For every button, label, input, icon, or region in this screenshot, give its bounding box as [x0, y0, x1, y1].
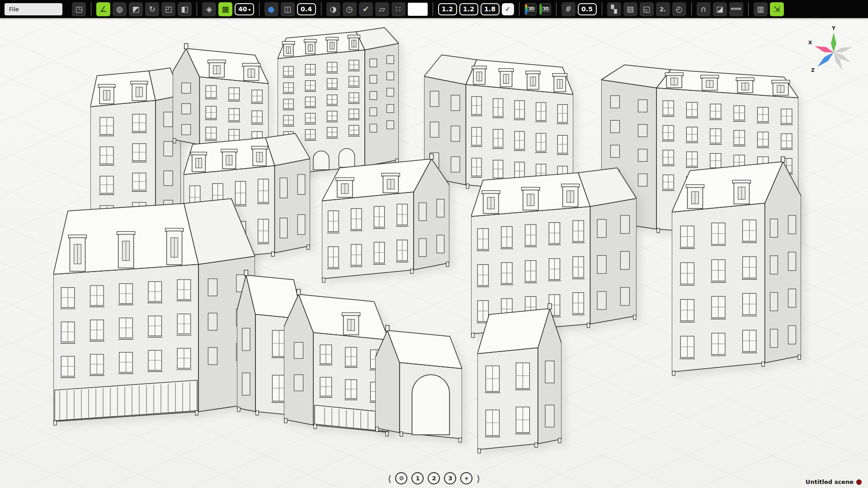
- record-dot[interactable]: [856, 479, 862, 485]
- svg-text:Y: Y: [831, 25, 836, 31]
- svg-text:X: X: [808, 40, 812, 46]
- pager-page-2-button[interactable]: 2: [428, 472, 440, 484]
- bounds-frame-icon[interactable]: ◧: [178, 2, 192, 16]
- cube-tool-icon[interactable]: ◈: [202, 2, 216, 16]
- viewport-3d[interactable]: XYZ ⟨⚙123+⟩ Untitled scene: [0, 18, 868, 488]
- shade-half-icon-glyph: ◑: [330, 5, 337, 13]
- toolbar-separator: [433, 2, 433, 16]
- windows-grid-icon-glyph: ▥: [757, 5, 764, 13]
- paper-color-swatch[interactable]: [408, 3, 428, 16]
- sphere-tool-icon-glyph: ◍: [116, 5, 123, 13]
- model-tall-tenement-right[interactable]: [672, 153, 801, 376]
- toolbar-separator: [602, 2, 602, 16]
- toolbar-separator: [197, 2, 197, 16]
- export-view-icon[interactable]: ◳: [72, 2, 86, 16]
- pager-page-3-button[interactable]: 3: [444, 472, 457, 484]
- axis-gizmo[interactable]: XYZ: [806, 25, 862, 79]
- angle-40-button[interactable]: 40◂: [235, 3, 254, 15]
- film-frames-icon[interactable]: ▤: [623, 2, 637, 16]
- toolbar-separator: [691, 2, 692, 16]
- svg-text:Z: Z: [811, 67, 815, 73]
- layers-icon[interactable]: ◫: [281, 2, 295, 16]
- line-tool-icon[interactable]: ∠: [96, 2, 110, 16]
- shade-half-icon[interactable]: ◑: [326, 2, 340, 16]
- split-square-icon[interactable]: ◩: [129, 2, 143, 16]
- model-small-gable-house[interactable]: [477, 300, 561, 454]
- angle-40-button-suffix-glyph: ◂: [248, 7, 250, 12]
- crop-frame-icon-glyph: ◰: [165, 5, 172, 13]
- toolbar-separator: [519, 2, 519, 16]
- value-04-button[interactable]: 0.4: [297, 3, 316, 15]
- sphere-tool-icon[interactable]: ◍: [113, 2, 127, 16]
- line-weight-12b-button[interactable]: 1.2: [459, 3, 478, 15]
- toolbar-separator: [321, 2, 321, 16]
- film-frames-icon-glyph: ▤: [627, 5, 634, 13]
- export-view-icon-glyph: ◳: [75, 5, 82, 13]
- screen-capture-icon[interactable]: ◱: [640, 2, 654, 16]
- origin-point-icon[interactable]: ●: [264, 2, 278, 16]
- rotate-tool-icon-glyph: ↻: [149, 5, 155, 13]
- pager-add-button[interactable]: +: [461, 472, 473, 484]
- time-gauge-icon[interactable]: ◴: [672, 2, 686, 16]
- bounds-frame-icon-glyph: ◧: [181, 5, 188, 13]
- outline-checkbox[interactable]: ✓: [502, 3, 514, 15]
- toolbar-separator: [556, 2, 557, 16]
- toolbar-separator: [259, 2, 259, 16]
- multiplier-2-icon[interactable]: 2.: [656, 2, 670, 16]
- image-export-icon-glyph: ◪: [716, 5, 723, 13]
- web-export-icon[interactable]: WWW: [729, 2, 743, 16]
- layers-icon-glyph: ◫: [284, 5, 291, 13]
- pattern-dots-icon[interactable]: ∷: [392, 2, 406, 16]
- toolbar-separator: [91, 2, 91, 16]
- toolbar-separator: [748, 2, 749, 16]
- page-controls: ⟨⚙123+⟩: [388, 472, 480, 484]
- pager-next-button[interactable]: ⟩: [477, 472, 480, 484]
- image-export-icon[interactable]: ◪: [713, 2, 727, 16]
- view-3d-green-button-stripe: [540, 4, 542, 14]
- confirm-check-icon[interactable]: ✔: [359, 2, 373, 16]
- screen-capture-icon-glyph: ◱: [643, 5, 650, 13]
- headphones-icon-glyph: ∩: [701, 5, 706, 13]
- fullscreen-icon[interactable]: ⇲: [770, 2, 784, 16]
- texture-checker-icon[interactable]: ▚: [607, 2, 621, 16]
- timer-icon[interactable]: ◷: [343, 2, 357, 16]
- numpad-icon[interactable]: #: [561, 2, 576, 16]
- value-05-button[interactable]: 0.5: [578, 3, 597, 15]
- view-3d-color-button[interactable]: 3D: [524, 3, 537, 15]
- numpad-icon-glyph: #: [565, 5, 571, 13]
- grid-snap-icon[interactable]: ▦: [218, 2, 232, 16]
- model-center-townhouse[interactable]: [322, 150, 449, 283]
- file-menu-button[interactable]: File: [5, 3, 62, 15]
- view-3d-green-button[interactable]: 3D: [539, 3, 551, 15]
- timer-icon-glyph: ◷: [346, 5, 353, 13]
- plane-icon-glyph: ▱: [379, 5, 385, 13]
- model-large-corner-building[interactable]: [53, 189, 255, 426]
- rotate-tool-icon[interactable]: ↻: [145, 2, 159, 16]
- model-shop-house[interactable]: [284, 286, 389, 436]
- pager-settings-button[interactable]: ⚙: [396, 472, 408, 484]
- pager-page-1-button[interactable]: 1: [412, 472, 424, 484]
- scene-name-label: Untitled scene: [806, 479, 862, 485]
- multiplier-2-icon-glyph: 2.: [660, 6, 666, 12]
- split-square-icon-glyph: ◩: [132, 5, 139, 13]
- time-gauge-icon-glyph: ◴: [676, 5, 683, 13]
- view-3d-green-button-label: 3D: [542, 7, 549, 12]
- model-archway-house[interactable]: [375, 322, 462, 443]
- pager-prev-button[interactable]: ⟨: [388, 472, 391, 484]
- view-3d-color-button-label: 3D: [528, 7, 535, 12]
- pattern-dots-icon-glyph: ∷: [396, 5, 401, 13]
- crop-frame-icon[interactable]: ◰: [161, 2, 175, 16]
- grid-snap-icon-glyph: ▦: [222, 5, 229, 13]
- cube-tool-icon-glyph: ◈: [206, 5, 212, 13]
- line-weight-18-button[interactable]: 1.8: [481, 3, 500, 15]
- line-weight-12a-button[interactable]: 1.2: [438, 3, 457, 15]
- fullscreen-icon-glyph: ⇲: [774, 5, 780, 13]
- origin-point-icon-glyph: ●: [268, 5, 275, 13]
- line-tool-icon-glyph: ∠: [100, 5, 107, 13]
- headphones-icon[interactable]: ∩: [697, 2, 711, 16]
- windows-grid-icon[interactable]: ▥: [754, 2, 768, 16]
- view-3d-color-button-stripe: [525, 4, 527, 14]
- scene-name-text: Untitled scene: [806, 479, 854, 485]
- confirm-check-icon-glyph: ✔: [363, 5, 369, 13]
- plane-icon[interactable]: ▱: [375, 2, 389, 16]
